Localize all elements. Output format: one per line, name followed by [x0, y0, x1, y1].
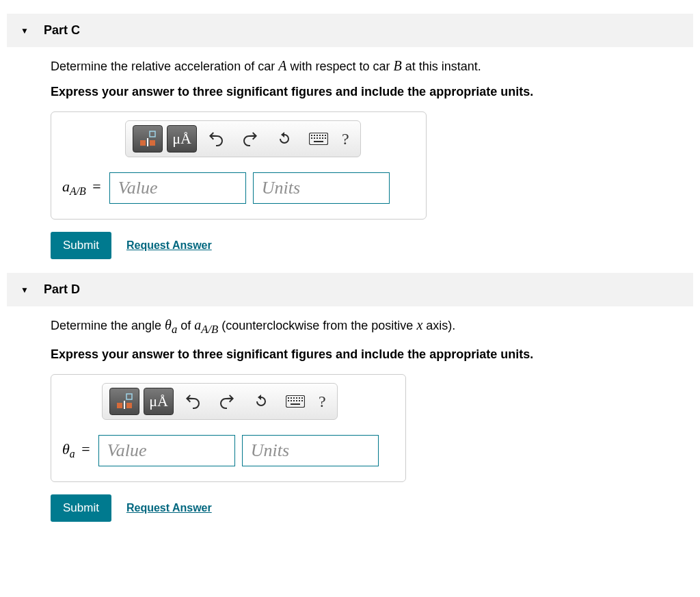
prompt-text: (counterclockwise from the positive [218, 319, 416, 332]
var-car-a: A [278, 58, 286, 73]
part-c-header[interactable]: ▼ Part C [7, 14, 693, 47]
inputs-row: θa = [62, 435, 394, 466]
toolbar: μÅ ? [102, 383, 338, 420]
svg-rect-31 [293, 400, 295, 401]
actions-row: Submit Request Answer [51, 494, 693, 522]
reset-icon[interactable] [246, 388, 276, 415]
svg-rect-30 [291, 400, 292, 401]
svg-rect-23 [288, 397, 289, 399]
template-fraction-icon[interactable] [109, 388, 139, 415]
svg-rect-11 [311, 137, 312, 139]
svg-rect-5 [311, 135, 312, 136]
part-c-body: Determine the relative acceleration of c… [7, 58, 693, 259]
var-theta-sub: a [70, 449, 75, 460]
keyboard-icon[interactable] [280, 388, 310, 415]
help-icon[interactable]: ? [314, 393, 330, 411]
toolbar: μÅ ? [125, 120, 361, 157]
part-c-prompt: Determine the relative acceleration of c… [51, 58, 693, 74]
reset-icon[interactable] [269, 125, 299, 152]
submit-button[interactable]: Submit [51, 494, 111, 522]
units-input[interactable] [242, 435, 379, 466]
units-mu-angstrom-icon[interactable]: μÅ [167, 125, 197, 152]
svg-rect-3 [150, 140, 155, 146]
svg-rect-20 [126, 394, 132, 399]
variable-label: aA/B = [62, 178, 103, 198]
mu-a-label: μÅ [149, 393, 168, 410]
prompt-text: with respect to car [286, 59, 393, 73]
var-car-b: B [393, 58, 401, 73]
var-x: x [416, 317, 422, 332]
svg-rect-35 [291, 403, 300, 405]
svg-rect-17 [314, 141, 323, 142]
svg-rect-15 [322, 137, 323, 139]
svg-rect-16 [325, 137, 326, 139]
svg-rect-0 [140, 140, 146, 146]
svg-rect-24 [291, 397, 292, 399]
svg-rect-25 [293, 397, 295, 399]
prompt-text: of [177, 319, 194, 332]
part-d-instruction: Express your answer to three significant… [51, 347, 693, 362]
keyboard-icon[interactable] [304, 125, 334, 152]
var-theta: θa [165, 317, 177, 332]
svg-rect-29 [288, 400, 289, 401]
var-a: a [62, 178, 70, 195]
mu-a-label: μÅ [172, 130, 191, 148]
actions-row: Submit Request Answer [51, 232, 693, 259]
svg-rect-32 [296, 400, 297, 401]
svg-rect-8 [319, 135, 321, 136]
submit-button[interactable]: Submit [51, 232, 111, 259]
help-icon[interactable]: ? [338, 130, 353, 148]
redo-icon[interactable] [212, 388, 242, 415]
var-theta: θ [62, 440, 70, 457]
svg-rect-18 [117, 403, 122, 408]
part-c-answer-panel: μÅ ? [51, 111, 427, 220]
svg-rect-6 [314, 135, 315, 136]
part-d-title: Part D [44, 282, 80, 297]
var-sub: A/B [70, 186, 86, 198]
svg-rect-28 [301, 397, 303, 399]
svg-rect-19 [124, 401, 125, 409]
svg-rect-33 [299, 400, 300, 401]
svg-rect-27 [299, 397, 300, 399]
svg-rect-10 [325, 135, 326, 136]
svg-rect-34 [301, 400, 303, 401]
part-c-title: Part C [44, 23, 80, 38]
part-d-prompt: Determine the angle θa of aA/B (counterc… [51, 317, 693, 336]
units-input[interactable] [253, 172, 390, 204]
svg-rect-21 [126, 403, 132, 408]
prompt-text: at this instant. [402, 59, 481, 73]
undo-icon[interactable] [201, 125, 231, 152]
undo-icon[interactable] [178, 388, 208, 415]
svg-rect-12 [314, 137, 315, 139]
request-answer-link[interactable]: Request Answer [126, 502, 212, 514]
part-d-answer-panel: μÅ ? [51, 374, 406, 482]
inputs-row: aA/B = [62, 172, 415, 204]
part-d-header[interactable]: ▼ Part D [7, 273, 693, 306]
request-answer-link[interactable]: Request Answer [126, 239, 212, 252]
part-c-instruction: Express your answer to three significant… [51, 85, 693, 99]
variable-label: θa = [62, 440, 92, 460]
svg-rect-7 [317, 135, 318, 136]
caret-down-icon: ▼ [21, 285, 29, 295]
caret-down-icon: ▼ [21, 26, 29, 36]
prompt-text: axis). [422, 319, 455, 332]
template-fraction-icon[interactable] [133, 125, 163, 152]
svg-rect-13 [317, 137, 318, 139]
redo-icon[interactable] [235, 125, 265, 152]
svg-rect-1 [147, 138, 148, 146]
value-input[interactable] [98, 435, 235, 466]
var-a-ab: aA/B [194, 317, 218, 332]
svg-rect-26 [296, 397, 297, 399]
svg-rect-9 [322, 135, 323, 136]
value-input[interactable] [109, 172, 246, 204]
prompt-text: Determine the relative acceleration of c… [51, 59, 278, 73]
units-mu-angstrom-icon[interactable]: μÅ [144, 388, 174, 415]
prompt-text: Determine the angle [51, 319, 165, 332]
part-d-body: Determine the angle θa of aA/B (counterc… [7, 317, 693, 522]
svg-rect-2 [150, 131, 155, 137]
svg-rect-14 [319, 137, 321, 139]
